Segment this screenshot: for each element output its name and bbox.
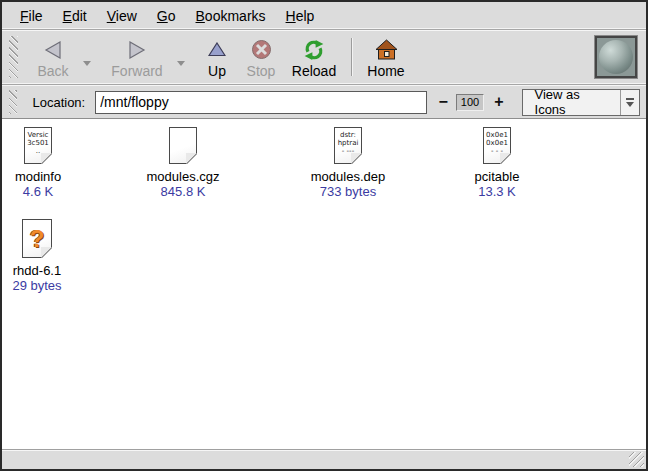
reload-label: Reload [292, 63, 336, 80]
status-bar [2, 449, 646, 469]
file-name: modinfo [2, 169, 93, 184]
file-size: 845.8 K [128, 184, 238, 200]
location-input[interactable] [95, 91, 426, 114]
location-bar-grip-handle[interactable] [9, 90, 17, 114]
file-name: rhdd-6.1 [2, 263, 92, 278]
reload-icon [303, 37, 325, 63]
file-size: 29 bytes [2, 278, 92, 294]
file-item-pcitable[interactable]: 0x0e1 0x0e1 - - - pcitable 13.3 K [442, 127, 552, 200]
stop-button[interactable]: Stop [243, 34, 279, 80]
up-button[interactable]: Up [203, 34, 231, 80]
zoom-level-indicator: 100 [456, 94, 484, 111]
location-bar: Location: − 100 + View as Icons [2, 85, 646, 118]
file-item-modules-dep[interactable]: dstr: hptrai - --- modules.dep 733 bytes [293, 127, 403, 200]
file-size: 733 bytes [293, 184, 403, 200]
file-name: pcitable [442, 169, 552, 184]
up-icon [208, 37, 226, 63]
file-item-rhdd-6-1[interactable]: ? rhdd-6.1 29 bytes [2, 219, 92, 294]
forward-history-chevron-icon[interactable] [177, 61, 185, 66]
file-manager-window: File Edit View Go Bookmarks Help Back Fo… [0, 0, 648, 471]
back-history-chevron-icon[interactable] [83, 61, 91, 66]
forward-label: Forward [111, 63, 162, 80]
menu-bar: File Edit View Go Bookmarks Help [2, 2, 646, 30]
menu-edit[interactable]: Edit [53, 3, 97, 29]
zoom-out-button[interactable]: − [435, 92, 452, 112]
toolbar-separator [351, 38, 352, 76]
file-item-modules-cgz[interactable]: modules.cgz 845.8 K [128, 127, 238, 200]
text-file-icon: 0x0e1 0x0e1 - - - [483, 127, 511, 164]
toolbar-grip-handle[interactable] [9, 36, 18, 78]
file-item-modinfo[interactable]: Versic 3c501 .. modinfo 4.6 K [2, 127, 93, 200]
home-button[interactable]: Home [364, 34, 408, 80]
dropdown-chevron-icon[interactable] [620, 90, 639, 115]
back-button[interactable]: Back [31, 34, 75, 80]
stop-icon [251, 37, 272, 63]
file-size: 13.3 K [442, 184, 552, 200]
text-file-icon: Versic 3c501 .. [24, 127, 52, 164]
up-label: Up [208, 63, 226, 80]
location-label: Location: [32, 95, 85, 110]
toolbar: Back Forward Up Stop [2, 30, 646, 85]
back-icon [43, 37, 63, 63]
file-name: modules.dep [293, 169, 403, 184]
view-mode-label: View as Icons [523, 90, 621, 115]
text-file-icon: dstr: hptrai - --- [334, 127, 362, 164]
menu-view[interactable]: View [97, 3, 147, 29]
view-mode-dropdown[interactable]: View as Icons [522, 89, 640, 116]
menu-go[interactable]: Go [147, 3, 186, 29]
forward-icon [127, 37, 147, 63]
menu-file[interactable]: File [10, 3, 53, 29]
stop-label: Stop [247, 63, 276, 80]
home-label: Home [367, 63, 404, 80]
home-icon [375, 37, 398, 63]
file-icon-view: Versic 3c501 .. modinfo 4.6 K modules.cg… [2, 118, 646, 449]
throbber-icon [594, 35, 638, 79]
file-size: 4.6 K [2, 184, 93, 200]
resize-grip[interactable] [629, 452, 644, 467]
unknown-file-icon: ? [22, 219, 52, 258]
blank-file-icon [169, 127, 197, 164]
menu-bookmarks[interactable]: Bookmarks [186, 3, 276, 29]
file-name: modules.cgz [128, 169, 238, 184]
forward-button[interactable]: Forward [107, 34, 167, 80]
zoom-in-button[interactable]: + [490, 92, 507, 112]
back-label: Back [37, 63, 68, 80]
menu-help[interactable]: Help [276, 3, 325, 29]
reload-button[interactable]: Reload [289, 34, 339, 80]
